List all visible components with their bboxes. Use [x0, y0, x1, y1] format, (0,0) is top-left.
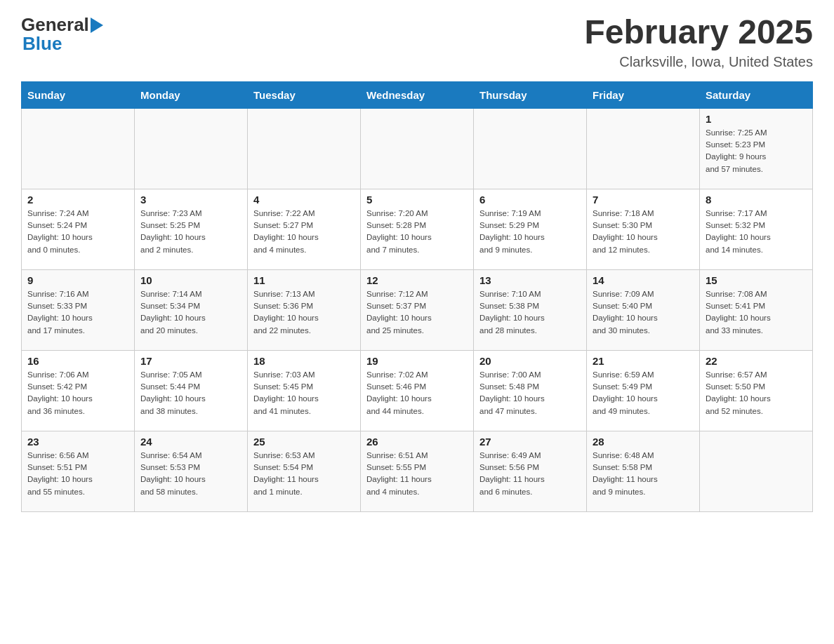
- day-number: 17: [140, 355, 241, 367]
- calendar-cell: 7Sunrise: 7:18 AMSunset: 5:30 PMDaylight…: [587, 189, 700, 269]
- day-number: 24: [140, 436, 241, 448]
- calendar-week-row: 9Sunrise: 7:16 AMSunset: 5:33 PMDaylight…: [22, 269, 813, 350]
- day-info: Sunrise: 7:16 AMSunset: 5:33 PMDaylight:…: [27, 288, 128, 337]
- day-number: 23: [27, 436, 128, 448]
- calendar-cell: 10Sunrise: 7:14 AMSunset: 5:34 PMDayligh…: [135, 269, 248, 350]
- location-subtitle: Clarksville, Iowa, United States: [584, 54, 813, 70]
- day-header-wednesday: Wednesday: [361, 81, 474, 108]
- calendar-week-row: 16Sunrise: 7:06 AMSunset: 5:42 PMDayligh…: [22, 350, 813, 431]
- calendar-cell: 20Sunrise: 7:00 AMSunset: 5:48 PMDayligh…: [474, 350, 587, 431]
- day-number: 26: [366, 436, 468, 448]
- day-info: Sunrise: 7:18 AMSunset: 5:30 PMDaylight:…: [593, 208, 694, 256]
- day-number: 21: [593, 355, 694, 367]
- day-number: 15: [706, 274, 807, 286]
- calendar-body: 1Sunrise: 7:25 AMSunset: 5:23 PMDaylight…: [22, 108, 813, 511]
- day-number: 12: [366, 274, 468, 286]
- day-info: Sunrise: 7:24 AMSunset: 5:24 PMDaylight:…: [27, 208, 128, 256]
- calendar-cell: 23Sunrise: 6:56 AMSunset: 5:51 PMDayligh…: [22, 431, 135, 511]
- day-number: 19: [366, 355, 468, 367]
- day-header-saturday: Saturday: [700, 81, 813, 108]
- day-number: 20: [479, 355, 581, 367]
- calendar-week-row: 23Sunrise: 6:56 AMSunset: 5:51 PMDayligh…: [22, 431, 813, 511]
- logo-arrow-icon: [91, 18, 103, 33]
- day-info: Sunrise: 7:22 AMSunset: 5:27 PMDaylight:…: [253, 208, 355, 256]
- calendar-cell: 2Sunrise: 7:24 AMSunset: 5:24 PMDaylight…: [22, 189, 135, 269]
- day-number: 5: [366, 194, 468, 206]
- day-info: Sunrise: 7:05 AMSunset: 5:44 PMDaylight:…: [140, 369, 241, 417]
- day-info: Sunrise: 7:03 AMSunset: 5:45 PMDaylight:…: [253, 369, 355, 417]
- day-info: Sunrise: 6:53 AMSunset: 5:54 PMDaylight:…: [253, 450, 355, 498]
- day-header-thursday: Thursday: [474, 81, 587, 108]
- calendar-cell: 24Sunrise: 6:54 AMSunset: 5:53 PMDayligh…: [135, 431, 248, 511]
- calendar-cell: [248, 108, 361, 189]
- calendar-cell: 4Sunrise: 7:22 AMSunset: 5:27 PMDaylight…: [248, 189, 361, 269]
- calendar-cell: 14Sunrise: 7:09 AMSunset: 5:40 PMDayligh…: [587, 269, 700, 350]
- calendar-cell: 11Sunrise: 7:13 AMSunset: 5:36 PMDayligh…: [248, 269, 361, 350]
- day-number: 2: [27, 194, 128, 206]
- day-number: 10: [140, 274, 241, 286]
- logo-blue-text: Blue: [21, 33, 62, 55]
- title-section: February 2025 Clarksville, Iowa, United …: [584, 14, 813, 70]
- day-info: Sunrise: 6:59 AMSunset: 5:49 PMDaylight:…: [593, 369, 694, 417]
- day-number: 13: [479, 274, 581, 286]
- day-info: Sunrise: 7:06 AMSunset: 5:42 PMDaylight:…: [27, 369, 128, 417]
- calendar-cell: 9Sunrise: 7:16 AMSunset: 5:33 PMDaylight…: [22, 269, 135, 350]
- day-info: Sunrise: 6:49 AMSunset: 5:56 PMDaylight:…: [479, 450, 581, 498]
- calendar-cell: 25Sunrise: 6:53 AMSunset: 5:54 PMDayligh…: [248, 431, 361, 511]
- day-info: Sunrise: 7:09 AMSunset: 5:40 PMDaylight:…: [593, 288, 694, 337]
- calendar-cell: 17Sunrise: 7:05 AMSunset: 5:44 PMDayligh…: [135, 350, 248, 431]
- calendar-cell: 16Sunrise: 7:06 AMSunset: 5:42 PMDayligh…: [22, 350, 135, 431]
- day-header-monday: Monday: [135, 81, 248, 108]
- day-number: 25: [253, 436, 355, 448]
- day-info: Sunrise: 7:02 AMSunset: 5:46 PMDaylight:…: [366, 369, 468, 417]
- day-header-friday: Friday: [587, 81, 700, 108]
- calendar-cell: 21Sunrise: 6:59 AMSunset: 5:49 PMDayligh…: [587, 350, 700, 431]
- day-header-sunday: Sunday: [22, 81, 135, 108]
- day-number: 22: [706, 355, 807, 367]
- day-info: Sunrise: 7:10 AMSunset: 5:38 PMDaylight:…: [479, 288, 581, 337]
- day-number: 8: [706, 194, 807, 206]
- calendar-cell: 12Sunrise: 7:12 AMSunset: 5:37 PMDayligh…: [361, 269, 474, 350]
- day-number: 7: [593, 194, 694, 206]
- day-number: 6: [479, 194, 581, 206]
- day-number: 18: [253, 355, 355, 367]
- day-info: Sunrise: 6:51 AMSunset: 5:55 PMDaylight:…: [366, 450, 468, 498]
- calendar-week-row: 2Sunrise: 7:24 AMSunset: 5:24 PMDaylight…: [22, 189, 813, 269]
- day-number: 9: [27, 274, 128, 286]
- calendar-cell: 3Sunrise: 7:23 AMSunset: 5:25 PMDaylight…: [135, 189, 248, 269]
- day-info: Sunrise: 6:57 AMSunset: 5:50 PMDaylight:…: [706, 369, 807, 417]
- svg-marker-0: [91, 18, 103, 33]
- calendar-header: SundayMondayTuesdayWednesdayThursdayFrid…: [22, 81, 813, 108]
- calendar-cell: [135, 108, 248, 189]
- day-info: Sunrise: 7:12 AMSunset: 5:37 PMDaylight:…: [366, 288, 468, 337]
- day-info: Sunrise: 7:13 AMSunset: 5:36 PMDaylight:…: [253, 288, 355, 337]
- day-number: 4: [253, 194, 355, 206]
- calendar-cell: 5Sunrise: 7:20 AMSunset: 5:28 PMDaylight…: [361, 189, 474, 269]
- day-info: Sunrise: 7:20 AMSunset: 5:28 PMDaylight:…: [366, 208, 468, 256]
- day-number: 11: [253, 274, 355, 286]
- day-number: 14: [593, 274, 694, 286]
- day-number: 3: [140, 194, 241, 206]
- day-info: Sunrise: 7:00 AMSunset: 5:48 PMDaylight:…: [479, 369, 581, 417]
- day-number: 16: [27, 355, 128, 367]
- day-info: Sunrise: 7:17 AMSunset: 5:32 PMDaylight:…: [706, 208, 807, 256]
- calendar-cell: 28Sunrise: 6:48 AMSunset: 5:58 PMDayligh…: [587, 431, 700, 511]
- calendar-cell: 27Sunrise: 6:49 AMSunset: 5:56 PMDayligh…: [474, 431, 587, 511]
- calendar-cell: [474, 108, 587, 189]
- calendar-cell: 22Sunrise: 6:57 AMSunset: 5:50 PMDayligh…: [700, 350, 813, 431]
- calendar-cell: 18Sunrise: 7:03 AMSunset: 5:45 PMDayligh…: [248, 350, 361, 431]
- day-number: 28: [593, 436, 694, 448]
- month-title: February 2025: [584, 14, 813, 51]
- day-header-tuesday: Tuesday: [248, 81, 361, 108]
- calendar-cell: [22, 108, 135, 189]
- calendar-cell: 26Sunrise: 6:51 AMSunset: 5:55 PMDayligh…: [361, 431, 474, 511]
- day-info: Sunrise: 6:54 AMSunset: 5:53 PMDaylight:…: [140, 450, 241, 498]
- logo: General Blue: [21, 14, 105, 55]
- calendar-week-row: 1Sunrise: 7:25 AMSunset: 5:23 PMDaylight…: [22, 108, 813, 189]
- page-header: General Blue February 2025 Clarksville, …: [21, 14, 813, 70]
- calendar-cell: 8Sunrise: 7:17 AMSunset: 5:32 PMDaylight…: [700, 189, 813, 269]
- calendar-cell: 6Sunrise: 7:19 AMSunset: 5:29 PMDaylight…: [474, 189, 587, 269]
- calendar-cell: [587, 108, 700, 189]
- calendar-cell: 13Sunrise: 7:10 AMSunset: 5:38 PMDayligh…: [474, 269, 587, 350]
- day-info: Sunrise: 7:25 AMSunset: 5:23 PMDaylight:…: [706, 127, 807, 175]
